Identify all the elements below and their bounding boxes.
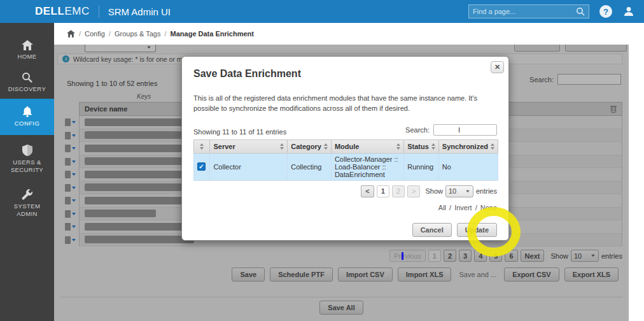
right-margin: [629, 23, 644, 321]
modal-prev-page-button[interactable]: <: [361, 185, 374, 197]
modal-search-input[interactable]: I: [433, 124, 497, 136]
synchronized-column-header[interactable]: Synchronized: [438, 139, 498, 153]
status-cell: Running: [404, 153, 439, 180]
server-cell: Collector: [210, 153, 288, 180]
sort-icon: [491, 143, 494, 150]
modal-page-size-select[interactable]: 10: [445, 185, 473, 197]
bell-icon: [22, 106, 32, 117]
find-page-input[interactable]: [473, 8, 576, 15]
chevron-down-icon: [466, 190, 470, 193]
selection-links: All / Invert / None: [193, 204, 497, 211]
shield-icon: [22, 145, 32, 156]
home-icon: [22, 40, 33, 50]
save-data-enrichment-dialog: ✕ Save Data Enrichment This is all of th…: [181, 56, 509, 241]
logo-emc-text: EMC: [64, 5, 89, 17]
sort-icon: [431, 143, 435, 150]
sidebar-item-users-security[interactable]: USERS &SECURITY: [0, 139, 54, 180]
modal-entries-label: entries: [476, 187, 497, 195]
select-all-header[interactable]: [194, 139, 210, 153]
sort-icon: [200, 143, 204, 150]
synchronized-cell: No: [438, 153, 498, 180]
modules-table-header-row: Server Category Module Status Synchroniz…: [194, 139, 498, 153]
user-icon[interactable]: [622, 5, 635, 18]
app-window: DELLEMC SRM Admin UI ? HOME DISCOVERY CO…: [0, 0, 644, 321]
logo-dell-text: DELL: [35, 5, 64, 17]
wrench-icon: [22, 189, 33, 200]
sort-icon: [324, 143, 328, 150]
modal-page-button-2[interactable]: 2: [392, 185, 405, 197]
select-invert-link[interactable]: Invert: [454, 204, 472, 211]
blue-mark-annotation: [402, 252, 403, 260]
modal-search-label: Search:: [405, 126, 430, 134]
app-title: SRM Admin UI: [108, 6, 171, 17]
topbar-divider: [99, 5, 99, 18]
module-column-header[interactable]: Module: [331, 139, 403, 153]
sidebar-label-system-admin: SYSTEMADMIN: [14, 203, 40, 218]
sidebar-label-users: USERS &SECURITY: [11, 159, 43, 174]
dialog-title: Save Data Enrichment: [193, 68, 497, 80]
select-all-link[interactable]: All: [438, 204, 446, 211]
find-page-search[interactable]: [468, 4, 589, 18]
home-icon[interactable]: [67, 30, 75, 38]
module-row[interactable]: ✓ Collector Collecting Collector-Manager…: [194, 153, 498, 180]
breadcrumb-config[interactable]: Config: [85, 30, 105, 38]
server-column-header[interactable]: Server: [210, 139, 288, 153]
sort-icon: [280, 143, 284, 150]
modal-next-page-button[interactable]: >: [407, 185, 420, 197]
search-icon: [22, 72, 32, 83]
close-icon[interactable]: ✕: [491, 61, 504, 73]
status-column-header[interactable]: Status: [404, 139, 439, 153]
module-cell: Collector-Manager :: Load-Balancer :: Da…: [331, 153, 403, 180]
category-column-header[interactable]: Category: [288, 139, 332, 153]
sidebar-nav: HOME DISCOVERY CONFIG USERS &SECURITY SY…: [0, 23, 54, 321]
breadcrumb-groups-tags[interactable]: Groups & Tags: [115, 30, 161, 38]
sidebar-item-discovery[interactable]: DISCOVERY: [0, 66, 54, 99]
select-none-link[interactable]: None: [480, 204, 497, 211]
modal-search: Search: I: [405, 124, 497, 136]
sidebar-label-discovery: DISCOVERY: [8, 85, 46, 93]
breadcrumb-current: Manage Data Enrichment: [171, 30, 254, 38]
modal-pagination: < 1 2 > Show 10 entries: [193, 185, 497, 197]
modules-table: Server Category Module Status Synchroniz…: [193, 139, 498, 181]
help-icon[interactable]: ?: [599, 5, 612, 18]
sidebar-item-config[interactable]: CONFIG: [0, 99, 54, 135]
cancel-button[interactable]: Cancel: [412, 223, 452, 237]
sidebar-label-config: CONFIG: [15, 120, 39, 127]
top-bar: DELLEMC SRM Admin UI ?: [0, 0, 644, 23]
dellemc-logo: DELLEMC: [35, 5, 90, 18]
update-button[interactable]: Update: [457, 223, 497, 237]
sidebar-label-home: HOME: [17, 53, 36, 61]
modal-entries-summary: Showing 11 to 11 of 11 entries: [193, 128, 286, 136]
sort-icon: [396, 143, 400, 150]
modal-show-label: Show: [425, 187, 443, 195]
text-cursor: I: [458, 126, 460, 134]
breadcrumb: / Config / Groups & Tags / Manage Data E…: [54, 23, 644, 45]
modal-page-button-1[interactable]: 1: [377, 185, 389, 197]
sidebar-item-home[interactable]: HOME: [0, 34, 54, 66]
row-checkbox[interactable]: ✓: [197, 162, 206, 171]
sidebar-item-system-admin[interactable]: SYSTEMADMIN: [0, 183, 54, 224]
dialog-description: This is all of the registered data enric…: [193, 94, 498, 114]
category-cell: Collecting: [288, 153, 332, 180]
search-icon[interactable]: [576, 7, 585, 16]
